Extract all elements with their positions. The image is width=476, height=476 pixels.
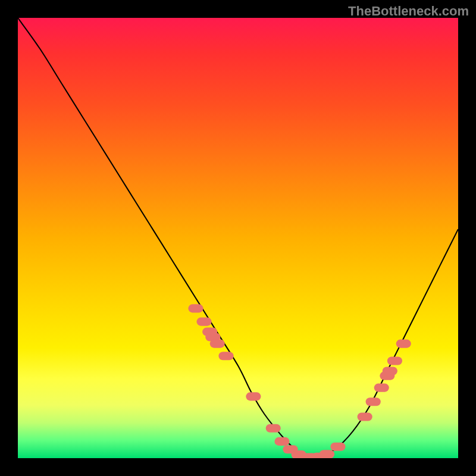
watermark-text: TheBottleneck.com [348,4,469,19]
chart-marker [266,424,281,433]
chart-markers [188,304,411,458]
chart-marker [246,392,261,400]
chart-marker [274,437,289,446]
chart-marker [210,340,225,348]
chart-marker [387,356,402,365]
chart-container: TheBottleneck.com [0,0,476,476]
chart-marker [320,450,334,458]
chart-svg [18,18,458,458]
plot-area [18,18,458,458]
chart-marker [374,384,389,392]
chart-marker [358,412,372,421]
chart-marker [218,352,233,360]
chart-marker [383,367,397,375]
chart-marker [196,318,211,326]
chart-marker [188,304,203,312]
bottleneck-curve [18,18,458,458]
chart-marker [396,340,411,348]
chart-marker [366,397,381,406]
chart-marker [330,443,345,451]
